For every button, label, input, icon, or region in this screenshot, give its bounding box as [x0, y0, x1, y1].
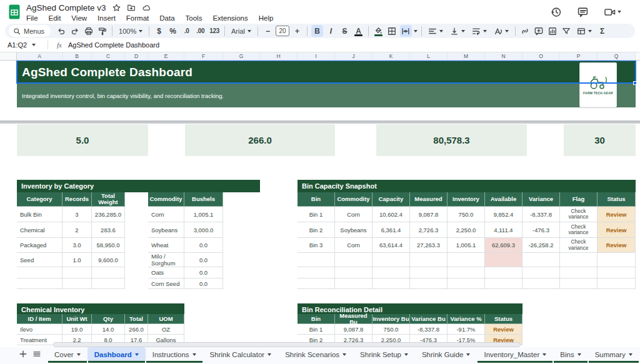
kpi-card-2[interactable]: 266.0	[185, 124, 335, 156]
cell[interactable]: 10,602.4	[372, 207, 410, 222]
column-header-q[interactable]: Q	[598, 52, 636, 60]
cell[interactable]	[560, 278, 598, 289]
header-cell-bin-capacity[interactable]: Inventory	[448, 192, 485, 207]
paint-format-button[interactable]	[96, 25, 108, 37]
sheet-tab-menu-caret[interactable]	[342, 353, 346, 356]
sheet-tab-shrink-calculator[interactable]: Shrink Calculator	[203, 347, 279, 362]
header-cell-bin-capacity[interactable]: Measured	[410, 192, 448, 207]
cell[interactable]	[410, 267, 448, 278]
vertical-align-button[interactable]	[448, 27, 468, 36]
cell[interactable]: Bulk Bin	[17, 207, 62, 222]
cell[interactable]	[410, 253, 448, 267]
dashboard-title-band[interactable]: AgShed Complete Dashboard	[17, 61, 636, 84]
sheet-tab-menu-caret[interactable]	[268, 353, 271, 356]
cell[interactable]: 4,111.4	[485, 222, 522, 238]
column-header-g[interactable]: G	[223, 52, 260, 60]
column-header-i[interactable]: I	[298, 52, 335, 60]
cell[interactable]	[598, 267, 636, 278]
cell[interactable]: Corn	[335, 207, 372, 222]
cell[interactable]: Bin 1	[298, 324, 335, 335]
cell[interactable]	[62, 267, 92, 278]
cell[interactable]	[560, 267, 598, 278]
cell[interactable]: 2,250.0	[448, 222, 485, 238]
header-cell-commodity-bushels[interactable]: Bushels	[184, 192, 223, 207]
cell[interactable]	[17, 267, 62, 278]
cell[interactable]	[372, 253, 410, 267]
cell[interactable]: 14.0	[92, 324, 125, 335]
strikethrough-button[interactable]: S	[339, 25, 351, 37]
cell[interactable]: 62,609.3	[485, 238, 522, 253]
text-rotation-button[interactable]	[491, 27, 511, 36]
sheets-logo-icon[interactable]	[9, 4, 20, 19]
cell[interactable]	[335, 253, 372, 267]
column-header-h[interactable]: H	[260, 52, 298, 60]
cell[interactable]: 2,726.3	[410, 222, 448, 238]
cell[interactable]: Soybeans	[148, 222, 184, 238]
cell[interactable]	[448, 267, 485, 278]
column-header-b[interactable]: B	[62, 52, 92, 60]
menu-view[interactable]: View	[71, 14, 87, 22]
cell[interactable]: Ilevo	[17, 324, 62, 335]
fill-color-button[interactable]	[372, 25, 384, 37]
header-cell-bin-capacity[interactable]: Flag	[560, 192, 598, 207]
cell[interactable]: 3,000.0	[184, 222, 223, 238]
cell[interactable]: 63,614.4	[372, 238, 410, 253]
column-header-m[interactable]: M	[448, 52, 485, 60]
dashboard-subtitle-band[interactable]: Integrated inventory control, bin capaci…	[17, 84, 636, 107]
header-cell-bin-reconciliation[interactable]: Inventory Bu	[372, 314, 410, 324]
header-cell-bin-reconciliation[interactable]: Measured Bu	[335, 314, 372, 324]
header-cell-bin-capacity[interactable]: Commodity	[335, 192, 372, 207]
kpi-card-3[interactable]: 80,578.3	[376, 124, 527, 156]
cell[interactable]	[298, 267, 335, 278]
cell[interactable]: 0.0	[184, 238, 223, 253]
cell[interactable]: Soybeans	[335, 222, 372, 238]
formula-input[interactable]: AgShed Complete Dashboard	[68, 41, 159, 49]
name-box[interactable]: A1:Q2	[0, 41, 48, 49]
cell[interactable]: -8,337.8	[410, 324, 448, 335]
format-percent-button[interactable]: %	[167, 25, 179, 37]
cell[interactable]: Bin 2	[298, 222, 335, 238]
sheet-tab-menu-caret[interactable]	[77, 353, 81, 356]
column-header-k[interactable]: K	[372, 52, 410, 60]
cell[interactable]: -8,337.8	[522, 207, 560, 222]
column-header-d[interactable]: D	[125, 52, 148, 60]
cell[interactable]: 19.0	[62, 324, 92, 335]
comments-icon[interactable]	[578, 7, 588, 17]
redo-button[interactable]	[69, 25, 81, 37]
kpi-card-1[interactable]: 5.0	[17, 124, 148, 156]
cell[interactable]: Packaged	[17, 238, 62, 253]
sheet-tab-inventory-master[interactable]: Inventory_Master	[477, 347, 553, 362]
font-select[interactable]: Arial	[229, 27, 254, 35]
menu-format[interactable]: Format	[126, 14, 149, 22]
cell[interactable]	[335, 267, 372, 278]
borders-button[interactable]	[386, 25, 398, 37]
cell[interactable]	[372, 278, 410, 289]
column-header-l[interactable]: L	[410, 52, 448, 60]
cell[interactable]: Corn Seed	[148, 278, 184, 289]
cell[interactable]: Review	[598, 207, 636, 222]
cell[interactable]: Bin 3	[298, 238, 335, 253]
header-cell-inventory-by-category[interactable]: Total Weight	[92, 192, 125, 207]
undo-button[interactable]	[55, 25, 67, 37]
cell[interactable]: 6,361.4	[372, 222, 410, 238]
menu-file[interactable]: File	[26, 14, 38, 22]
cell[interactable]	[17, 278, 62, 289]
table-views-button[interactable]	[574, 27, 594, 36]
text-wrap-button[interactable]	[469, 27, 489, 36]
hidden-rows-indicator[interactable]	[0, 121, 640, 124]
header-cell-bin-capacity[interactable]: Available	[485, 192, 522, 207]
header-cell-bin-capacity[interactable]: Bin	[298, 192, 335, 207]
cell[interactable]: OZ	[148, 324, 184, 335]
cell[interactable]: 3	[62, 207, 92, 222]
cell[interactable]: Chemical	[17, 222, 62, 238]
sheet-tab-cover[interactable]: Cover	[48, 347, 88, 362]
cell[interactable]	[448, 278, 485, 289]
menu-extensions[interactable]: Extensions	[212, 14, 248, 22]
zoom-select[interactable]: 100%	[116, 27, 145, 35]
cell[interactable]	[485, 267, 522, 278]
cell[interactable]: 236,285.0	[92, 207, 125, 222]
cell[interactable]	[522, 253, 560, 267]
sheet-tab-shrink-setup[interactable]: Shrink Setup	[353, 347, 415, 362]
cell[interactable]	[410, 278, 448, 289]
horizontal-scrollbar[interactable]	[53, 342, 521, 347]
